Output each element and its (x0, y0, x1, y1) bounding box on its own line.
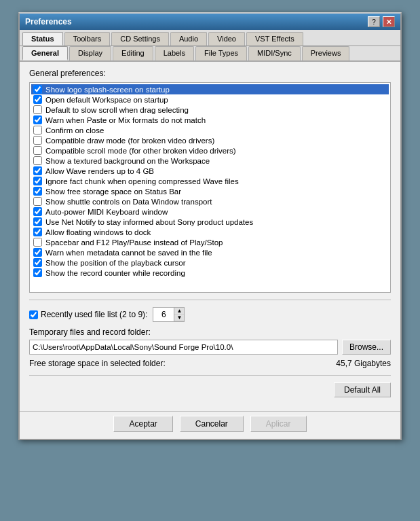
pref-item-6[interactable]: Compatible scroll mode (for other broken… (31, 145, 389, 156)
close-button[interactable]: ✕ (383, 16, 395, 27)
storage-label: Free storage space in selected folder: (29, 359, 166, 368)
pref-checkbox-18[interactable] (33, 268, 42, 277)
tab-video[interactable]: Video (208, 32, 245, 46)
recent-files-row: Recently used file list (2 to 9): ▲ ▼ (29, 307, 391, 322)
pref-item-7[interactable]: Show a textured background on the Worksp… (31, 156, 389, 166)
tab-labels[interactable]: Labels (155, 46, 194, 60)
tab-midi-sync[interactable]: MIDI/Sync (248, 46, 301, 60)
tab-toolbars[interactable]: Toolbars (64, 32, 111, 46)
pref-checkbox-5[interactable] (33, 136, 42, 145)
pref-item-12[interactable]: Auto-power MIDI Keyboard window (31, 206, 389, 217)
pref-checkbox-6[interactable] (33, 146, 42, 155)
recent-files-spinner[interactable]: ▲ ▼ (153, 307, 185, 322)
pref-checkbox-16[interactable] (33, 248, 42, 257)
storage-row: Free storage space in selected folder: 4… (29, 359, 391, 368)
pref-checkbox-13[interactable] (33, 217, 42, 226)
pref-checkbox-17[interactable] (33, 258, 42, 267)
pref-item-0[interactable]: Show logo splash-screen on startup (31, 84, 389, 94)
tab-row-1: Status Toolbars CD Settings Audio Video … (20, 30, 400, 46)
action-buttons-row: Default All (29, 382, 391, 397)
default-all-button[interactable]: Default All (334, 382, 391, 397)
pref-label-12: Auto-power MIDI Keyboard window (45, 208, 168, 216)
pref-item-15[interactable]: Spacebar and F12 Play/Pause instead of P… (31, 237, 389, 247)
pref-item-1[interactable]: Open default Workspace on startup (31, 94, 389, 105)
pref-item-11[interactable]: Show shuttle controls on Data Window tra… (31, 196, 389, 206)
pref-checkbox-8[interactable] (33, 166, 42, 175)
pref-checkbox-1[interactable] (33, 95, 42, 104)
pref-label-0: Show logo splash-screen on startup (45, 86, 170, 94)
divider (29, 300, 391, 300)
spinner-buttons: ▲ ▼ (174, 308, 184, 321)
recent-files-checkbox[interactable] (29, 310, 38, 319)
pref-label-15: Spacebar and F12 Play/Pause instead of P… (45, 238, 223, 247)
tab-previews[interactable]: Previews (302, 46, 350, 60)
tab-display[interactable]: Display (69, 46, 111, 60)
cancel-button[interactable]: Cancelar (180, 416, 244, 432)
tab-vst-effects[interactable]: VST Effects (246, 32, 303, 46)
pref-checkbox-0[interactable] (33, 85, 42, 94)
browse-button[interactable]: Browse... (342, 340, 391, 355)
help-button[interactable]: ? (368, 16, 380, 27)
folder-label: Temporary files and record folder: (29, 327, 391, 337)
spinner-up-button[interactable]: ▲ (174, 308, 184, 315)
pref-label-10: Show free storage space on Status Bar (45, 187, 181, 196)
tab-cd-settings[interactable]: CD Settings (111, 32, 169, 46)
pref-checkbox-11[interactable] (33, 197, 42, 206)
title-bar: Preferences ? ✕ (20, 14, 400, 30)
pref-label-11: Show shuttle controls on Data Window tra… (45, 198, 212, 206)
pref-label-2: Default to slow scroll when drag selecti… (45, 106, 189, 114)
folder-row: Browse... (29, 340, 391, 355)
tab-status[interactable]: Status (22, 32, 63, 46)
pref-item-8[interactable]: Allow Wave renders up to 4 GB (31, 166, 389, 176)
pref-label-8: Allow Wave renders up to 4 GB (45, 167, 154, 175)
title-bar-controls: ? ✕ (368, 16, 395, 27)
pref-item-2[interactable]: Default to slow scroll when drag selecti… (31, 105, 389, 115)
apply-button[interactable]: Aplicar (250, 416, 307, 432)
pref-item-10[interactable]: Show free storage space on Status Bar (31, 186, 389, 196)
tab-file-types[interactable]: File Types (195, 46, 247, 60)
pref-item-16[interactable]: Warn when metadata cannot be saved in th… (31, 247, 389, 257)
spinner-down-button[interactable]: ▼ (174, 315, 184, 321)
tab-editing[interactable]: Editing (113, 46, 153, 60)
accept-button[interactable]: Aceptar (113, 416, 172, 432)
preferences-list[interactable]: Show logo splash-screen on startupOpen d… (29, 82, 391, 293)
pref-checkbox-4[interactable] (33, 126, 42, 134)
main-content: General preferences: Show logo splash-sc… (20, 62, 400, 411)
pref-checkbox-2[interactable] (33, 105, 42, 114)
recent-files-label: Recently used file list (2 to 9): (29, 310, 147, 319)
recent-files-input[interactable] (153, 309, 174, 320)
folder-path-input[interactable] (29, 340, 338, 355)
pref-checkbox-10[interactable] (33, 187, 42, 196)
pref-label-5: Compatible draw mode (for broken video d… (45, 137, 214, 145)
pref-item-13[interactable]: Use Net Notify to stay informed about So… (31, 217, 389, 227)
pref-checkbox-9[interactable] (33, 177, 42, 185)
pref-item-5[interactable]: Compatible draw mode (for broken video d… (31, 135, 389, 145)
tab-general[interactable]: General (22, 46, 68, 60)
storage-value: 45,7 Gigabytes (336, 359, 391, 368)
tab-row-2: General Display Editing Labels File Type… (20, 46, 400, 62)
section-label: General preferences: (29, 69, 391, 78)
pref-checkbox-14[interactable] (33, 228, 42, 236)
pref-checkbox-7[interactable] (33, 156, 42, 165)
pref-label-14: Allow floating windows to dock (45, 228, 151, 236)
pref-label-9: Ignore fact chunk when opening compresse… (45, 177, 239, 185)
pref-label-16: Warn when metadata cannot be saved in th… (45, 249, 212, 257)
pref-checkbox-3[interactable] (33, 115, 42, 124)
folder-section: Temporary files and record folder: Brows… (29, 327, 391, 355)
pref-checkbox-12[interactable] (33, 207, 42, 216)
tab-audio[interactable]: Audio (170, 32, 207, 46)
pref-item-18[interactable]: Show the record counter while recording (31, 268, 389, 278)
pref-label-1: Open default Workspace on startup (45, 96, 168, 104)
pref-item-14[interactable]: Allow floating windows to dock (31, 227, 389, 237)
pref-item-4[interactable]: Confirm on close (31, 125, 389, 135)
pref-item-3[interactable]: Warn when Paste or Mix formats do not ma… (31, 115, 389, 125)
pref-label-3: Warn when Paste or Mix formats do not ma… (45, 116, 206, 124)
pref-label-18: Show the record counter while recording (45, 269, 185, 277)
pref-item-9[interactable]: Ignore fact chunk when opening compresse… (31, 176, 389, 186)
pref-label-7: Show a textured background on the Worksp… (45, 157, 210, 165)
preferences-window: Preferences ? ✕ Status Toolbars CD Setti… (18, 12, 402, 440)
pref-label-4: Confirm on close (45, 126, 104, 134)
pref-label-6: Compatible scroll mode (for other broken… (45, 147, 236, 155)
pref-item-17[interactable]: Show the position of the playback cursor (31, 257, 389, 268)
pref-checkbox-15[interactable] (33, 238, 42, 247)
